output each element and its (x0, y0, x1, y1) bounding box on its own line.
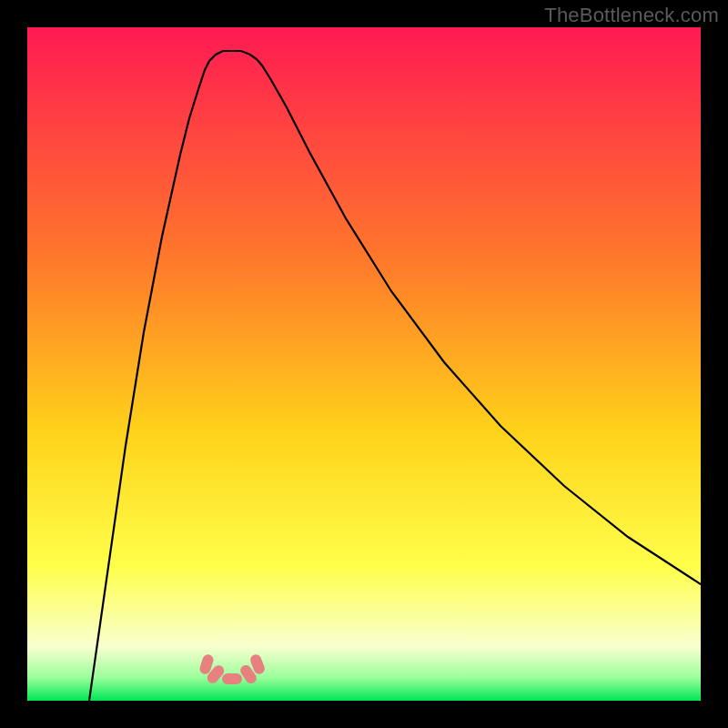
chart-frame (27, 27, 701, 701)
svg-rect-2 (222, 673, 242, 684)
watermark-label: TheBottleneck.com (544, 4, 719, 27)
marker-bottom (222, 673, 242, 684)
gradient-background (27, 27, 701, 701)
chart-svg (27, 27, 701, 701)
